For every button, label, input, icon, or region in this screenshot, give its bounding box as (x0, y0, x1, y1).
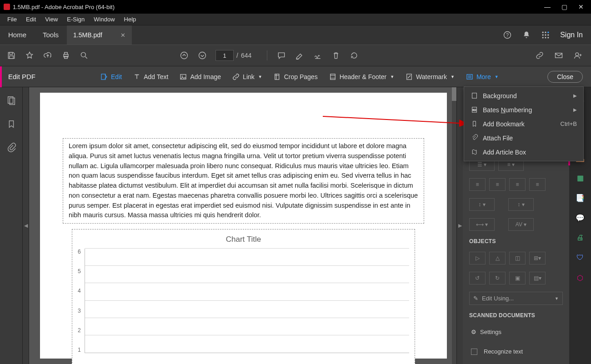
rotate-icon[interactable] (349, 50, 359, 60)
more-button[interactable]: More▼ (460, 66, 504, 87)
close-tab-button[interactable]: ✕ (120, 32, 125, 39)
scan-icon[interactable]: 🖨 (575, 233, 585, 243)
link-button[interactable]: Link▼ (226, 66, 268, 87)
edit-button[interactable]: Edit (95, 66, 127, 87)
crop-button[interactable]: ◫ (509, 252, 526, 264)
menu-window[interactable]: Window (89, 15, 119, 24)
page-total: 644 (241, 52, 251, 59)
left-nav-rail (0, 87, 23, 364)
comment-icon[interactable] (276, 50, 286, 60)
attachment-icon[interactable] (6, 143, 16, 153)
paragraph-spacing-button[interactable]: ↕ ▾ (508, 198, 534, 211)
svg-point-4 (547, 32, 549, 33)
thumbnails-icon[interactable] (6, 95, 16, 105)
page-up-icon[interactable] (179, 50, 189, 60)
delete-icon[interactable] (331, 50, 341, 60)
organize-icon[interactable]: ▦ (575, 173, 585, 183)
menu-edit[interactable]: Edit (21, 15, 40, 24)
close-window-button[interactable]: ✕ (578, 3, 584, 10)
save-icon[interactable] (6, 50, 16, 60)
tab-home[interactable]: Home (0, 25, 35, 45)
edit-pdf-toolbar: Edit PDF Edit Add Text Add Image Link▼ C… (0, 66, 591, 87)
bell-icon[interactable] (522, 30, 531, 40)
rotate-ccw-button[interactable]: ↺ (469, 272, 486, 284)
document-tab[interactable]: 1.5MB.pdf ✕ (67, 25, 132, 45)
add-person-icon[interactable] (573, 50, 583, 60)
svg-point-2 (542, 32, 544, 33)
rotate-cw-button[interactable]: ↻ (489, 272, 506, 284)
edit-using-dropdown[interactable]: ✎ Edit Using... ▼ (469, 292, 563, 305)
protect-icon[interactable]: 🛡 (575, 253, 585, 263)
highlight-icon[interactable] (295, 50, 305, 60)
align-right-button[interactable]: ≡ (509, 178, 526, 191)
align-justify-button[interactable]: ≡ (529, 178, 546, 191)
menu-file[interactable]: File (3, 15, 21, 24)
page-input[interactable] (215, 50, 234, 61)
menu-background[interactable]: Background ▶ (464, 89, 583, 103)
sign-icon[interactable] (313, 50, 323, 60)
apps-grid-icon[interactable] (541, 30, 550, 40)
header-footer-button[interactable]: Header & Footer▼ (323, 66, 400, 87)
menu-add-article-box[interactable]: Add Article Box (464, 145, 583, 159)
crop-pages-button[interactable]: Crop Pages (268, 66, 323, 87)
menu-bates-numbering[interactable]: 012 Bates Numbering ▶ (464, 103, 583, 117)
horizontal-scale-button[interactable]: ⟷ ▾ (469, 218, 495, 231)
minimize-button[interactable]: — (544, 3, 551, 10)
title-bar: 1.5MB.pdf - Adobe Acrobat Pro (64-bit) —… (0, 0, 591, 14)
menu-attach-file[interactable]: Attach File (464, 131, 583, 145)
align-objects-button[interactable]: ⊞▾ (529, 252, 546, 264)
star-icon[interactable] (25, 50, 35, 60)
replace-image-button[interactable]: ▣ (509, 272, 526, 284)
menu-esign[interactable]: E-Sign (62, 15, 89, 24)
combine-icon[interactable]: 📑 (575, 193, 585, 203)
print-icon[interactable] (61, 50, 71, 60)
gear-icon: ⚙ (471, 329, 476, 335)
add-text-button[interactable]: Add Text (127, 66, 174, 87)
svg-rect-11 (10, 52, 13, 54)
right-collapse-button[interactable]: ▶ (456, 87, 463, 364)
page-down-icon[interactable] (197, 50, 207, 60)
page-number: / 644 (215, 50, 251, 61)
maximize-button[interactable]: ▢ (561, 3, 567, 10)
help-icon[interactable]: ? (503, 30, 512, 40)
cloud-upload-icon[interactable] (43, 50, 53, 60)
sign-in-button[interactable]: Sign In (560, 31, 583, 39)
flip-vert-button[interactable]: △ (489, 252, 506, 264)
more-tools-icon[interactable]: ⬡ (575, 273, 585, 283)
chart-y-axis: 654321 (78, 249, 85, 353)
email-icon[interactable] (554, 50, 564, 60)
chart-plot: 654321 (78, 249, 409, 353)
tab-bar: Home Tools 1.5MB.pdf ✕ ? Sign In (0, 25, 591, 45)
flip-horiz-button[interactable]: ▷ (469, 252, 486, 264)
menu-help[interactable]: Help (120, 15, 141, 24)
align-left-button[interactable]: ≡ (469, 178, 486, 191)
arrange-button[interactable]: ▤▾ (529, 272, 546, 284)
close-edit-button[interactable]: Close (547, 71, 583, 83)
text-block[interactable]: Lorem ipsum dolor sit amet, consectetur … (63, 138, 424, 224)
bookmark-icon[interactable] (6, 119, 16, 129)
watermark-button[interactable]: Watermark▼ (400, 66, 460, 87)
vertical-scrollbar[interactable] (452, 87, 456, 364)
document-viewport[interactable]: Lorem ipsum dolor sit amet, consectetur … (29, 87, 456, 364)
zoom-icon[interactable] (79, 50, 89, 60)
chart-block[interactable]: Chart Title 654321 (72, 229, 415, 364)
share-link-icon[interactable] (535, 50, 545, 60)
menu-view[interactable]: View (40, 15, 62, 24)
tab-tools[interactable]: Tools (35, 25, 67, 45)
left-collapse-button[interactable]: ◀ (23, 87, 29, 364)
svg-point-10 (547, 37, 549, 38)
recognize-text-checkbox[interactable]: Recognize text (469, 345, 563, 358)
svg-point-17 (181, 52, 188, 59)
svg-rect-19 (556, 53, 562, 58)
menu-add-bookmark[interactable]: Add Bookmark Ctrl+B (464, 117, 583, 131)
svg-rect-14 (65, 52, 68, 54)
comment-tool-icon[interactable]: 💬 (575, 213, 585, 223)
align-center-button[interactable]: ≡ (489, 178, 506, 191)
add-image-button[interactable]: Add Image (174, 66, 226, 87)
settings-button[interactable]: ⚙ Settings (469, 326, 563, 338)
line-spacing-button[interactable]: ↕ ▾ (469, 198, 495, 211)
svg-text:012: 012 (472, 109, 476, 111)
chart-title: Chart Title (78, 232, 409, 249)
char-spacing-button[interactable]: AV ▾ (508, 218, 534, 231)
svg-point-18 (199, 52, 206, 59)
